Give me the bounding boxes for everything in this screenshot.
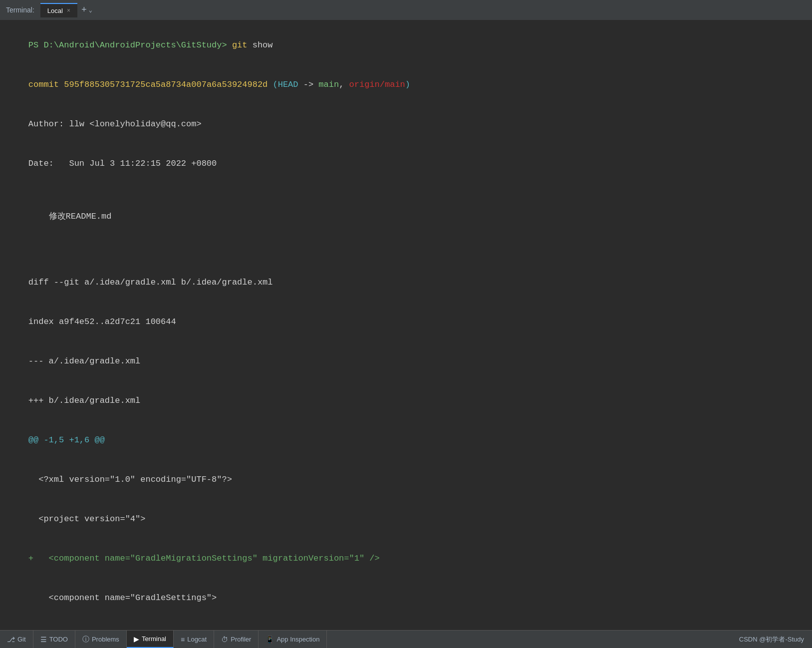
cmd-git: git bbox=[232, 40, 248, 50]
terminal-icon: ▶ bbox=[134, 635, 139, 643]
terminal-line: +++ b/.idea/gradle.xml bbox=[8, 381, 804, 420]
profiler-label: Profiler bbox=[231, 636, 251, 643]
logcat-icon: ≡ bbox=[181, 636, 185, 644]
commit-hash: 595f8853057317​25ca5a8734a007a6a53924982… bbox=[64, 80, 268, 89]
commit-label: commit bbox=[28, 80, 64, 89]
commit-refs-open: ( bbox=[273, 80, 278, 89]
bottom-items: ⎇ Git ☰ TODO ⓘ Problems ▶ Terminal ≡ Log… bbox=[0, 631, 731, 648]
commit-message: 修改README.md bbox=[28, 212, 112, 221]
commit-main: main bbox=[318, 80, 339, 89]
context-line-2: <project version="4"> bbox=[28, 514, 146, 524]
bottom-item-logcat[interactable]: ≡ Logcat bbox=[174, 631, 214, 648]
todo-label: TODO bbox=[49, 636, 68, 643]
tab-dropdown-button[interactable]: ⌄ bbox=[89, 6, 92, 14]
terminal-line: @@ -1,5 +1,6 @@ bbox=[8, 420, 804, 460]
terminal-line: 修改README.md bbox=[8, 197, 804, 236]
cmd-show: show bbox=[248, 40, 273, 50]
author-line: Author: llw <lonelyholiday@qq.com> bbox=[28, 119, 202, 129]
context-line-3: <component name="GradleSettings"> bbox=[28, 593, 217, 603]
terminal-line bbox=[8, 237, 804, 250]
commit-arrow: -> bbox=[298, 80, 319, 89]
bottom-right-label: CSDN @初学者-Study bbox=[731, 635, 812, 644]
terminal-line: index a9f4e52..a2d7c21 100644 bbox=[8, 302, 804, 341]
profiler-icon: ⏱ bbox=[221, 636, 228, 644]
terminal-line: commit 595f8853057317​25ca5a8734a007a6a5… bbox=[8, 65, 804, 105]
tab-label: Local bbox=[47, 7, 63, 14]
terminal-tab-label: Terminal bbox=[142, 635, 166, 643]
terminal-line: <project version="4"> bbox=[8, 499, 804, 539]
commit-head: HEAD bbox=[278, 80, 298, 89]
terminal-line: diff --git a/.idea/gradle.xml b/.idea/gr… bbox=[8, 263, 804, 302]
problems-icon: ⓘ bbox=[82, 635, 89, 644]
prompt-path: PS D:\Android\AndroidProjects\GitStudy> bbox=[28, 40, 232, 50]
bottom-item-terminal[interactable]: ▶ Terminal bbox=[127, 631, 174, 648]
minus-file-1: --- a/.idea/gradle.xml bbox=[28, 356, 140, 366]
terminal-line: + <component name="GradleMigrationSettin… bbox=[8, 539, 804, 578]
index-line-1: index a9f4e52..a2d7c21 100644 bbox=[28, 317, 176, 326]
app-inspection-icon: 📱 bbox=[266, 636, 274, 644]
terminal-label: Terminal: bbox=[6, 6, 34, 14]
terminal-line bbox=[8, 250, 804, 263]
terminal-content: PS D:\Android\AndroidProjects\GitStudy> … bbox=[0, 20, 812, 630]
plus-file-1: +++ b/.idea/gradle.xml bbox=[28, 396, 140, 405]
bottom-item-profiler[interactable]: ⏱ Profiler bbox=[214, 631, 259, 648]
bottom-item-problems[interactable]: ⓘ Problems bbox=[75, 631, 127, 648]
terminal-line bbox=[8, 184, 804, 197]
commit-space bbox=[268, 80, 272, 89]
commit-refs-close: ) bbox=[405, 80, 410, 89]
terminal-line: Author: llw <lonelyholiday@qq.com> bbox=[8, 105, 804, 144]
tab-close-button[interactable]: × bbox=[67, 7, 70, 14]
date-line: Date: Sun Jul 3 11:22:15 2022 +0800 bbox=[28, 159, 217, 168]
problems-label: Problems bbox=[92, 636, 119, 643]
new-tab-button[interactable]: + bbox=[81, 5, 87, 15]
terminal-line: Date: Sun Jul 3 11:22:15 2022 +0800 bbox=[8, 144, 804, 184]
context-line-1: <?xml version="1.0" encoding="UTF-8"?> bbox=[28, 475, 232, 484]
bottom-item-todo[interactable]: ☰ TODO bbox=[33, 631, 75, 648]
terminal-line: <option name="linkedExternalProjectsSett… bbox=[8, 618, 804, 630]
terminal-line: PS D:\Android\AndroidProjects\GitStudy> … bbox=[8, 26, 804, 65]
terminal-line: <?xml version="1.0" encoding="UTF-8"?> bbox=[8, 460, 804, 499]
commit-origin: origin/main bbox=[349, 80, 405, 89]
terminal-line: --- a/.idea/gradle.xml bbox=[8, 341, 804, 381]
git-label: Git bbox=[17, 636, 26, 643]
diff-header-1: diff --git a/.idea/gradle.xml b/.idea/gr… bbox=[28, 278, 273, 287]
bottom-item-app-inspection[interactable]: 📱 App Inspection bbox=[259, 631, 327, 648]
terminal-line: <component name="GradleSettings"> bbox=[8, 578, 804, 618]
git-icon: ⎇ bbox=[7, 636, 15, 644]
active-tab[interactable]: Local × bbox=[40, 3, 77, 17]
todo-icon: ☰ bbox=[40, 636, 47, 644]
hunk-header: @@ -1,5 +1,6 @@ bbox=[28, 435, 105, 445]
app-inspection-label: App Inspection bbox=[276, 636, 319, 643]
logcat-label: Logcat bbox=[187, 636, 207, 643]
commit-comma: , bbox=[339, 80, 349, 89]
added-line-1: + <component name="GradleMigrationSettin… bbox=[28, 554, 380, 563]
bottom-item-git[interactable]: ⎇ Git bbox=[0, 631, 33, 648]
title-bar: Terminal: Local × + ⌄ bbox=[0, 0, 812, 20]
bottom-bar: ⎇ Git ☰ TODO ⓘ Problems ▶ Terminal ≡ Log… bbox=[0, 630, 812, 648]
